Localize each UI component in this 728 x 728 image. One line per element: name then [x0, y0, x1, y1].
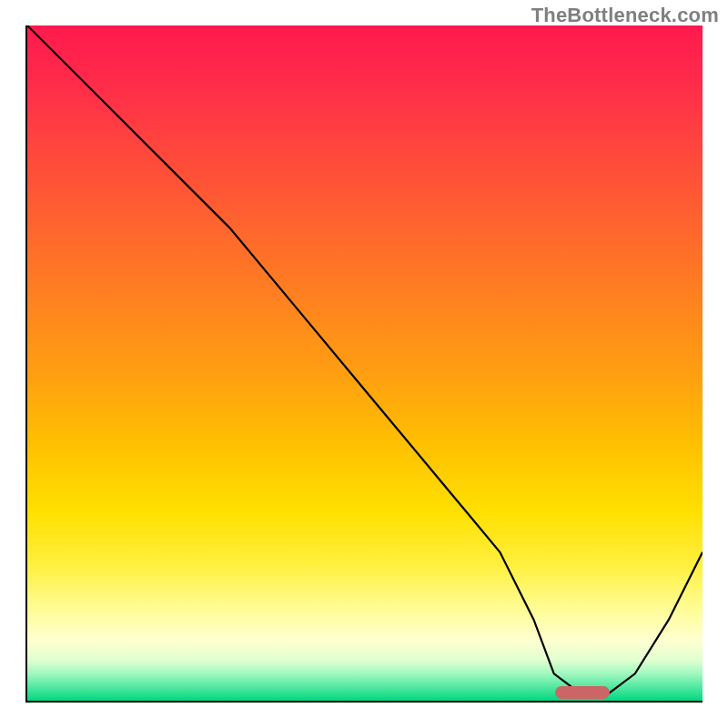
curve-svg	[27, 25, 703, 701]
optimal-marker	[555, 686, 610, 699]
watermark-text: TheBottleneck.com	[531, 4, 719, 27]
bottleneck-curve	[27, 25, 703, 694]
chart-container: TheBottleneck.com	[0, 0, 728, 728]
plot-area	[25, 25, 703, 703]
